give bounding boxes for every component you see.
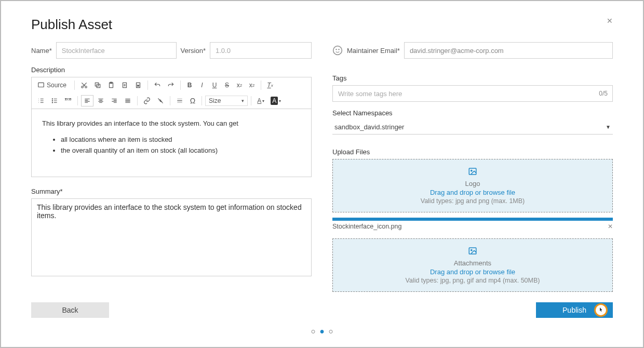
align-justify-icon[interactable] xyxy=(122,95,134,106)
attachments-hint: Valid types: jpg, png, gif and mp4 (max.… xyxy=(338,277,607,284)
tags-count: 0/5 xyxy=(599,90,608,97)
namespaces-label: Select Namespaces xyxy=(332,109,613,117)
pager-dot[interactable] xyxy=(329,330,333,333)
svg-rect-0 xyxy=(38,83,44,87)
attachments-browse-link[interactable]: Drag and drop or browse file xyxy=(338,268,607,276)
image-icon xyxy=(338,246,607,257)
special-char-button[interactable]: Ω xyxy=(187,95,198,106)
right-column: Maintainer Email* Tags 0/5 Select Namesp… xyxy=(332,42,613,297)
attachments-upload-zone[interactable]: Attachments Drag and drop or browse file… xyxy=(332,238,613,292)
uploaded-file-name: Stockinterface_icon.png xyxy=(332,223,401,230)
desc-paragraph: This library provides an interface to th… xyxy=(42,118,301,129)
summary-input[interactable]: This library provides an interface to th… xyxy=(31,198,312,276)
svg-rect-7 xyxy=(123,83,127,87)
align-right-icon[interactable] xyxy=(108,95,120,106)
paste-icon[interactable] xyxy=(105,79,117,91)
svg-point-2 xyxy=(85,86,87,88)
bg-color-button[interactable]: A▾ xyxy=(268,95,284,106)
cut-icon[interactable] xyxy=(78,79,90,91)
svg-point-14 xyxy=(338,49,340,50)
align-center-icon[interactable] xyxy=(95,95,107,106)
namespace-select[interactable]: sandbox_david.stringer ▼ xyxy=(332,120,613,135)
uploaded-file-row: Stockinterface_icon.png ✕ xyxy=(332,222,613,231)
text-color-button[interactable]: A▾ xyxy=(254,95,267,106)
pager-dot-active[interactable] xyxy=(320,330,324,333)
source-button[interactable]: Source xyxy=(35,79,71,91)
namespace-value: sandbox_david.stringer xyxy=(334,123,404,131)
svg-point-1 xyxy=(82,86,84,88)
publish-asset-dialog: ✕ Publish Asset Name* Version* Descripti… xyxy=(0,0,644,348)
tags-input[interactable] xyxy=(332,85,613,102)
font-size-select[interactable]: Size▾ xyxy=(205,96,248,106)
logo-upload-zone[interactable]: Logo Drag and drop or browse file Valid … xyxy=(332,159,613,212)
remove-file-icon[interactable]: ✕ xyxy=(608,223,613,230)
description-editor: Source B I U S x2 x xyxy=(31,77,312,177)
italic-button[interactable]: I xyxy=(196,79,208,91)
unlink-icon[interactable] xyxy=(154,95,167,106)
summary-label: Summary* xyxy=(31,188,312,195)
version-label: Version* xyxy=(181,47,206,55)
align-left-icon[interactable] xyxy=(81,95,93,106)
svg-point-18 xyxy=(471,249,472,250)
publish-button[interactable]: Publish xyxy=(536,302,613,318)
underline-button[interactable]: U xyxy=(209,79,220,91)
upload-files-label: Upload Files xyxy=(332,148,613,156)
version-input[interactable] xyxy=(210,42,312,59)
link-icon[interactable] xyxy=(141,95,153,106)
left-column: Name* Version* Description Source xyxy=(31,42,312,297)
svg-point-12 xyxy=(333,46,342,55)
upload-progress-bar xyxy=(332,218,613,221)
svg-point-16 xyxy=(471,170,472,171)
dialog-footer: Back Publish xyxy=(31,302,613,318)
image-icon xyxy=(338,167,607,178)
attachments-title: Attachments xyxy=(338,259,607,267)
strike-button[interactable]: S xyxy=(221,79,233,91)
bullet-list-icon[interactable] xyxy=(48,95,61,106)
maintainer-label: Maintainer Email* xyxy=(347,47,400,55)
remove-format-button[interactable]: Tx xyxy=(264,79,276,91)
svg-point-13 xyxy=(336,49,337,50)
logo-browse-link[interactable]: Drag and drop or browse file xyxy=(338,189,607,196)
cursor-pointer-icon xyxy=(594,303,608,317)
paste-word-icon[interactable] xyxy=(132,79,144,91)
pager-dot[interactable] xyxy=(312,330,315,333)
chevron-down-icon: ▼ xyxy=(606,124,611,130)
redo-icon[interactable] xyxy=(165,79,177,91)
editor-toolbar: Source B I U S x2 x xyxy=(32,77,311,109)
step-pager xyxy=(312,330,333,333)
subscript-button[interactable]: x2 xyxy=(234,79,245,91)
desc-list-item: the overall quantity of an item on stock… xyxy=(61,145,301,156)
superscript-button[interactable]: x2 xyxy=(246,79,258,91)
name-input[interactable] xyxy=(56,42,177,59)
description-label: Description xyxy=(31,66,312,74)
paste-text-icon[interactable] xyxy=(118,79,131,91)
copy-icon[interactable] xyxy=(91,79,104,91)
desc-list-item: all locations where an item is stocked xyxy=(61,135,301,145)
maintainer-icon xyxy=(332,45,343,56)
svg-point-10 xyxy=(52,100,52,101)
svg-point-11 xyxy=(52,102,52,103)
bold-button[interactable]: B xyxy=(184,79,195,91)
description-body[interactable]: This library provides an interface to th… xyxy=(32,109,311,177)
back-button[interactable]: Back xyxy=(31,302,109,318)
blockquote-button[interactable]: ”” xyxy=(62,95,74,106)
close-icon[interactable]: ✕ xyxy=(607,17,613,25)
undo-icon[interactable] xyxy=(151,79,164,91)
logo-title: Logo xyxy=(338,180,607,188)
maintainer-email-input[interactable] xyxy=(404,42,613,59)
numbered-list-icon[interactable] xyxy=(35,95,47,106)
svg-point-9 xyxy=(52,99,52,99)
hr-icon[interactable] xyxy=(173,95,186,106)
dialog-title: Publish Asset xyxy=(31,17,613,33)
logo-hint: Valid types: jpg and png (max. 1MB) xyxy=(338,197,607,205)
tags-label: Tags xyxy=(332,74,613,82)
name-label: Name* xyxy=(31,47,52,55)
